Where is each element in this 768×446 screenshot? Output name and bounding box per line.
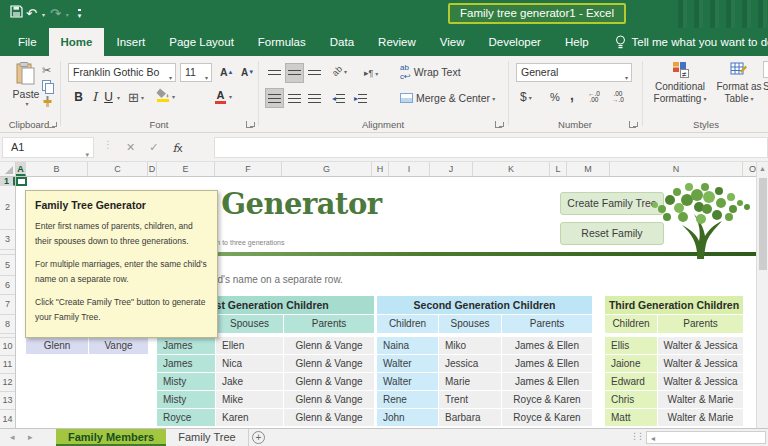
formula-bar-splitter[interactable]: ⋮ xyxy=(103,139,112,150)
wrap-text-button[interactable]: abc↩ Wrap Text xyxy=(398,63,463,81)
parent-cell-father[interactable]: Glenn xyxy=(26,337,88,354)
ribbon-tab-file[interactable]: File xyxy=(6,28,49,56)
previous-sheet-icon[interactable]: ◂ xyxy=(10,432,15,442)
column-header-k[interactable]: K xyxy=(473,162,550,176)
row-header-2[interactable]: 2 xyxy=(0,186,15,230)
table-cell[interactable]: Matt xyxy=(605,409,657,426)
ribbon-tab-home[interactable]: Home xyxy=(49,28,105,56)
underline-button[interactable]: U▾ xyxy=(100,88,122,106)
undo-caret-icon[interactable]: ▾ xyxy=(42,11,45,18)
sheet-tab-family-members[interactable]: Family Members xyxy=(56,429,166,446)
column-header-a[interactable]: A xyxy=(16,162,26,176)
comma-style-button[interactable]: , xyxy=(568,86,576,104)
ribbon-tab-insert[interactable]: Insert xyxy=(104,28,157,56)
column-header-h[interactable]: H xyxy=(372,162,389,176)
row-header-7[interactable]: 7 xyxy=(0,295,15,315)
row-header-1[interactable]: 1 xyxy=(0,177,15,186)
tell-me-box[interactable]: Tell me what you want to do xyxy=(615,28,768,56)
table-cell[interactable]: Royce & Karen xyxy=(502,391,592,408)
font-size-select[interactable]: 11▾ xyxy=(180,63,212,82)
table-cell[interactable]: Naina xyxy=(377,337,438,354)
format-painter-icon[interactable] xyxy=(42,96,53,110)
row-header-6[interactable]: 6 xyxy=(0,276,15,295)
column-header-j[interactable]: J xyxy=(430,162,473,176)
row-header-5[interactable]: 5 xyxy=(0,255,15,276)
bold-button[interactable]: B xyxy=(70,88,87,106)
table-cell[interactable]: Glenn & Vange xyxy=(284,355,374,372)
conditional-formatting-button[interactable]: ≠ Conditional Formatting▾ xyxy=(648,61,712,105)
select-all-corner[interactable] xyxy=(0,162,16,176)
row-header-13[interactable]: 13 xyxy=(0,392,15,410)
borders-button[interactable]: ⊞▾ xyxy=(126,88,146,106)
table-cell[interactable]: Edward xyxy=(605,373,657,390)
decrease-font-size-button[interactable]: A▼ xyxy=(239,63,256,81)
table-cell[interactable]: Glenn & Vange xyxy=(284,337,374,354)
redo-icon[interactable]: ↷ xyxy=(50,5,61,23)
table-cell[interactable]: James & Ellen xyxy=(502,373,592,390)
column-header-b[interactable]: B xyxy=(26,162,88,176)
column-header-l[interactable]: L xyxy=(550,162,567,176)
column-header-i[interactable]: I xyxy=(389,162,430,176)
row-header-8[interactable]: 8 xyxy=(0,315,15,334)
increase-indent-icon[interactable]: ▸ xyxy=(352,89,369,107)
cancel-icon[interactable]: ✕ xyxy=(126,141,135,154)
column-header-f[interactable]: F xyxy=(215,162,282,176)
vertical-scrollbar-thumb[interactable] xyxy=(759,178,767,270)
customize-quick-access-toolbar-icon[interactable]: ▾ xyxy=(78,9,82,20)
row-header-12[interactable]: 12 xyxy=(0,374,15,392)
table-cell[interactable]: Jaione xyxy=(605,355,657,372)
ribbon-tab-data[interactable]: Data xyxy=(318,28,366,56)
table-cell[interactable]: Royce xyxy=(157,409,215,426)
parent-cell-mother[interactable]: Vange xyxy=(89,337,148,354)
table-cell[interactable]: Walter & Jessica xyxy=(658,355,743,372)
vertical-scrollbar[interactable]: ▲ xyxy=(756,162,768,428)
row-header-11[interactable]: 11 xyxy=(0,356,15,374)
column-header-d[interactable]: D xyxy=(148,162,157,176)
cell-styles-button-partial[interactable]: St xyxy=(763,61,768,93)
scroll-up-icon[interactable]: ▲ xyxy=(759,165,766,172)
alignment-dialog-launcher[interactable] xyxy=(495,121,502,128)
align-center-icon[interactable] xyxy=(286,89,303,107)
currency-format-button[interactable]: $▾ xyxy=(518,88,534,106)
horizontal-scrollbar[interactable]: ◂ xyxy=(646,431,766,444)
column-header-n[interactable]: N xyxy=(610,162,743,176)
table-cell[interactable]: Royce & Karen xyxy=(502,409,592,426)
table-cell[interactable]: Marie xyxy=(439,373,501,390)
table-cell[interactable]: James & Ellen xyxy=(502,355,592,372)
ribbon-tab-formulas[interactable]: Formulas xyxy=(246,28,318,56)
table-cell[interactable]: Jake xyxy=(216,373,283,390)
table-cell[interactable]: Glenn & Vange xyxy=(284,409,374,426)
table-cell[interactable]: James & Ellen xyxy=(502,337,592,354)
table-cell[interactable]: Chris xyxy=(605,391,657,408)
number-format-select[interactable]: General▾ xyxy=(516,63,632,82)
sheet-tab-family-tree[interactable]: Family Tree xyxy=(166,429,248,446)
table-cell[interactable]: Misty xyxy=(157,373,215,390)
font-name-select[interactable]: Franklin Gothic Bo▾ xyxy=(68,63,176,82)
table-cell[interactable]: Ellis xyxy=(605,337,657,354)
increase-font-size-button[interactable]: A▲ xyxy=(218,63,236,81)
table-cell[interactable]: Miko xyxy=(439,337,501,354)
percent-style-button[interactable]: % xyxy=(548,88,562,106)
table-cell[interactable]: James xyxy=(157,355,215,372)
increase-decimal-button[interactable]: ←.0.00 xyxy=(586,88,602,106)
table-cell[interactable]: Jessica xyxy=(439,355,501,372)
table-cell[interactable]: Barbara xyxy=(439,409,501,426)
insert-function-icon[interactable]: fx xyxy=(172,141,182,155)
table-cell[interactable]: Walter & Jessica xyxy=(658,373,743,390)
format-as-table-button[interactable]: Format as Table▾ xyxy=(716,61,762,105)
align-left-icon[interactable] xyxy=(266,89,283,107)
row-header-14[interactable]: 14 xyxy=(0,410,15,428)
name-box[interactable]: A1 ▾ xyxy=(2,137,94,158)
table-cell[interactable]: Glenn & Vange xyxy=(284,373,374,390)
undo-icon[interactable]: ↶ xyxy=(26,5,37,23)
table-cell[interactable]: Ellen xyxy=(216,337,283,354)
table-cell[interactable]: Glenn & Vange xyxy=(284,391,374,408)
clipboard-dialog-launcher[interactable] xyxy=(48,121,55,128)
column-header-o[interactable]: O xyxy=(743,162,756,176)
table-cell[interactable]: Karen xyxy=(216,409,283,426)
formula-input[interactable] xyxy=(214,137,768,158)
new-sheet-button[interactable]: + xyxy=(252,431,265,444)
decrease-indent-icon[interactable]: ◂ xyxy=(330,89,347,107)
middle-align-icon[interactable] xyxy=(286,64,303,82)
table-cell[interactable]: Walter & Marie xyxy=(658,391,743,408)
